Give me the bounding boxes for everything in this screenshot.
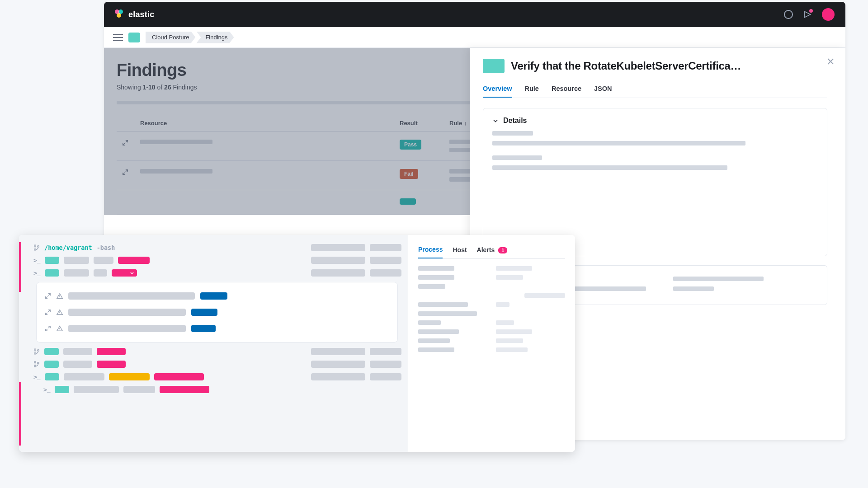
flyout-header: Verify that the RotateKubeletServerCerti… [483, 59, 827, 73]
prompt-icon: >_ [33, 374, 40, 380]
tab-alerts[interactable]: Alerts 1 [477, 244, 508, 258]
session-info-pane: Process Host Alerts 1 [408, 235, 575, 452]
branch-icon [33, 361, 40, 367]
menu-toggle-icon[interactable] [113, 34, 123, 41]
branch-icon [33, 348, 40, 355]
tree-row[interactable] [41, 320, 393, 337]
session-view-window: /home/vagrant -bash >_ >_ [19, 235, 575, 452]
col-rule-label: Rule [449, 120, 462, 127]
app-chip[interactable] [128, 33, 140, 42]
expand-icon[interactable] [45, 293, 51, 299]
help-icon[interactable] [784, 10, 793, 19]
tree-row[interactable]: >_ [23, 371, 401, 383]
tab-host[interactable]: Host [453, 244, 467, 258]
tab-alerts-label: Alerts [477, 246, 495, 253]
col-resource[interactable]: Resource [135, 115, 394, 131]
tree-row[interactable]: >_ [23, 267, 401, 279]
brand-logo-icon [115, 9, 125, 19]
tab-rule[interactable]: Rule [525, 81, 539, 98]
breadcrumb-cloud-posture[interactable]: Cloud Posture [146, 32, 195, 43]
breadcrumb-bar: Cloud Posture Findings [104, 27, 845, 48]
svg-point-8 [38, 362, 39, 364]
tree-row[interactable] [23, 345, 401, 358]
process-details-grid [418, 266, 565, 352]
breadcrumbs: Cloud Posture Findings [146, 32, 235, 43]
prompt-icon: >_ [33, 257, 40, 264]
warning-icon [57, 325, 63, 332]
expand-icon[interactable] [122, 169, 128, 175]
tab-process[interactable]: Process [418, 243, 443, 258]
brand: elastic [115, 9, 154, 19]
svg-point-7 [34, 366, 36, 367]
details-heading[interactable]: Details [492, 117, 818, 125]
sort-arrow-icon: ↓ [464, 120, 467, 127]
prompt-icon: >_ [33, 270, 40, 277]
expanded-children [36, 282, 398, 343]
user-avatar[interactable] [822, 8, 835, 21]
details-panel: Details [483, 108, 827, 256]
svg-point-6 [34, 361, 36, 363]
subtitle-total: 26 [164, 84, 171, 91]
alert-stripe [19, 382, 21, 446]
svg-point-5 [38, 350, 39, 352]
notification-dot-icon [809, 9, 813, 13]
flyout-tabs: Overview Rule Resource JSON [483, 81, 827, 98]
result-badge-fail: Fail [400, 169, 418, 179]
path-shell: -bash [97, 244, 115, 251]
details-label: Details [503, 117, 527, 125]
info-tabs: Process Host Alerts 1 [418, 243, 565, 259]
path-home: /home/vagrant [44, 244, 92, 251]
expand-icon[interactable] [45, 325, 51, 332]
subtitle-range: 1-10 [143, 84, 156, 91]
expand-icon[interactable] [122, 140, 128, 146]
chevron-down-icon[interactable] [128, 269, 136, 277]
alerts-count-badge: 1 [498, 247, 507, 253]
svg-point-3 [34, 349, 36, 351]
warning-icon [57, 309, 63, 315]
col-result[interactable]: Result [394, 115, 444, 131]
svg-point-2 [38, 246, 39, 248]
tree-row[interactable] [23, 358, 401, 371]
tab-overview[interactable]: Overview [483, 81, 512, 98]
warning-icon [57, 293, 63, 299]
brand-name: elastic [128, 10, 154, 19]
svg-point-0 [34, 245, 36, 247]
chevron-down-icon [492, 117, 499, 124]
finding-status-chip [483, 59, 505, 73]
tree-row[interactable] [41, 288, 393, 304]
prompt-icon: >_ [43, 386, 50, 393]
flyout-title: Verify that the RotateKubeletServerCerti… [511, 60, 741, 72]
result-badge-pass: Pass [400, 140, 421, 150]
tab-resource[interactable]: Resource [552, 81, 581, 98]
process-tree-pane: /home/vagrant -bash >_ >_ [19, 235, 408, 452]
top-bar: elastic [104, 2, 845, 27]
notifications-icon[interactable] [803, 10, 812, 19]
expand-icon[interactable] [45, 309, 51, 315]
subtitle-suffix: Findings [171, 84, 197, 91]
alert-stripe [19, 242, 21, 292]
tree-row[interactable]: >_ [23, 254, 401, 267]
subtitle-mid: of [156, 84, 164, 91]
subtitle-prefix: Showing [117, 84, 143, 91]
branch-icon [33, 244, 40, 251]
tree-row[interactable]: /home/vagrant -bash [23, 241, 401, 254]
tree-row[interactable] [41, 304, 393, 320]
close-icon[interactable]: ✕ [826, 56, 835, 68]
tab-json[interactable]: JSON [594, 81, 612, 98]
breadcrumb-findings[interactable]: Findings [196, 32, 234, 43]
top-bar-right [784, 8, 835, 21]
svg-point-1 [34, 249, 36, 251]
svg-point-4 [34, 353, 36, 355]
tree-row[interactable]: >_ [23, 383, 401, 396]
